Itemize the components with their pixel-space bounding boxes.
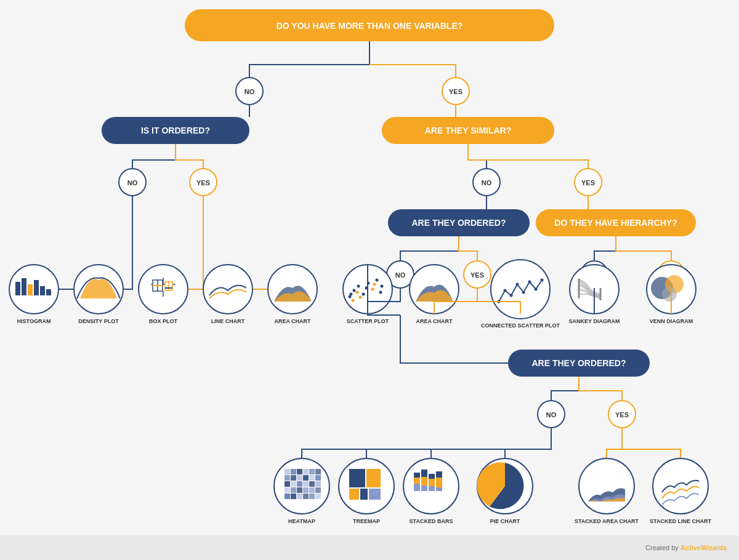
yes-label-4: YES bbox=[470, 271, 484, 279]
svg-rect-87 bbox=[429, 486, 435, 491]
svg-rect-52 bbox=[297, 475, 302, 481]
svg-rect-81 bbox=[414, 484, 420, 491]
footer: Created by ActiveWizards bbox=[0, 535, 739, 560]
svg-point-33 bbox=[510, 294, 513, 297]
stacked-area-label: STACKED AREA CHART bbox=[575, 518, 639, 524]
yes-label-3: YES bbox=[581, 179, 595, 186]
svg-point-27 bbox=[373, 283, 376, 286]
svg-point-28 bbox=[381, 285, 384, 288]
area-chart-label-1: AREA CHART bbox=[274, 318, 311, 324]
svg-point-18 bbox=[357, 285, 360, 288]
hierarchy-text: DO THEY HAVE HIERARCHY? bbox=[554, 218, 677, 228]
svg-point-29 bbox=[350, 293, 353, 296]
svg-rect-88 bbox=[436, 471, 442, 478]
no-label-3: NO bbox=[482, 179, 492, 186]
stacked-line-icon bbox=[653, 458, 708, 514]
footer-brand: ActiveWizards bbox=[680, 544, 727, 551]
scatter-plot-label: SCATTER PLOT bbox=[347, 318, 389, 324]
svg-rect-72 bbox=[309, 494, 315, 499]
svg-point-36 bbox=[528, 281, 531, 284]
is-ordered-text: IS IT ORDERED? bbox=[141, 126, 210, 135]
svg-rect-78 bbox=[369, 489, 381, 500]
svg-rect-44 bbox=[285, 469, 290, 474]
no-label-6: NO bbox=[546, 411, 557, 418]
are-ordered-text-2: ARE THEY ORDERED? bbox=[532, 358, 626, 368]
no-label-1: NO bbox=[244, 88, 255, 95]
svg-point-24 bbox=[352, 299, 355, 302]
are-similar-text: ARE THEY SIMILAR? bbox=[425, 126, 512, 135]
svg-point-22 bbox=[376, 279, 379, 282]
svg-rect-68 bbox=[285, 494, 290, 499]
svg-rect-74 bbox=[349, 469, 365, 487]
box-plot-icon bbox=[139, 265, 188, 314]
svg-rect-65 bbox=[303, 487, 309, 493]
svg-rect-90 bbox=[436, 487, 442, 491]
svg-rect-71 bbox=[303, 494, 309, 499]
svg-rect-57 bbox=[291, 481, 296, 487]
svg-rect-83 bbox=[421, 477, 427, 486]
line-chart-label: LINE CHART bbox=[211, 318, 245, 324]
svg-rect-54 bbox=[309, 475, 315, 481]
heatmap-label: HEATMAP bbox=[288, 518, 315, 524]
box-plot-label: BOX PLOT bbox=[149, 318, 178, 324]
svg-rect-58 bbox=[297, 481, 302, 487]
svg-rect-55 bbox=[315, 475, 321, 481]
svg-rect-56 bbox=[285, 481, 290, 487]
svg-rect-80 bbox=[414, 478, 420, 484]
svg-point-38 bbox=[541, 279, 544, 282]
svg-point-34 bbox=[516, 283, 519, 286]
no-label-4: NO bbox=[395, 271, 406, 279]
svg-rect-45 bbox=[291, 469, 296, 474]
svg-rect-3 bbox=[28, 284, 33, 295]
treemap-label: TREEMAP bbox=[353, 518, 380, 524]
svg-rect-77 bbox=[360, 489, 368, 500]
svg-rect-48 bbox=[309, 469, 315, 474]
svg-point-43 bbox=[662, 287, 677, 302]
stacked-bars-label: STACKED BARS bbox=[410, 518, 453, 524]
svg-rect-51 bbox=[291, 475, 296, 481]
svg-rect-50 bbox=[285, 475, 290, 481]
svg-point-19 bbox=[362, 293, 365, 296]
svg-rect-64 bbox=[297, 487, 302, 493]
connected-scatter-label: CONNECTED SCATTER PLOT bbox=[481, 322, 560, 329]
svg-point-35 bbox=[522, 291, 525, 294]
svg-rect-73 bbox=[315, 494, 321, 499]
svg-point-17 bbox=[353, 289, 356, 292]
sankey-label: SANKEY DIAGRAM bbox=[569, 318, 620, 324]
svg-rect-46 bbox=[297, 469, 302, 474]
svg-rect-62 bbox=[285, 487, 290, 493]
svg-rect-89 bbox=[436, 478, 442, 487]
yes-label-2: YES bbox=[196, 179, 210, 186]
stacked-area-icon bbox=[579, 458, 634, 514]
svg-rect-6 bbox=[46, 289, 51, 295]
are-ordered-text-1: ARE THEY ORDERED? bbox=[412, 218, 506, 228]
svg-rect-70 bbox=[297, 494, 302, 499]
svg-point-37 bbox=[535, 288, 538, 291]
svg-rect-63 bbox=[291, 487, 296, 493]
density-plot-label: DENSITY PLOT bbox=[78, 318, 119, 324]
svg-rect-53 bbox=[303, 475, 309, 481]
yes-label-6: YES bbox=[615, 411, 629, 418]
svg-rect-82 bbox=[421, 470, 427, 477]
root-text: DO YOU HAVE MORE THAN ONE VARIABLE? bbox=[277, 21, 463, 31]
venn-label: VENN DIAGRAM bbox=[650, 318, 693, 324]
svg-rect-67 bbox=[315, 487, 321, 493]
svg-rect-66 bbox=[309, 487, 315, 493]
svg-point-32 bbox=[504, 289, 507, 292]
svg-point-25 bbox=[356, 291, 359, 294]
yes-label-1: YES bbox=[449, 88, 462, 95]
svg-rect-61 bbox=[315, 481, 321, 487]
svg-rect-4 bbox=[34, 280, 39, 295]
svg-rect-1 bbox=[15, 282, 20, 295]
no-label-2: NO bbox=[127, 179, 138, 186]
histogram-label: HISTOGRAM bbox=[17, 318, 51, 324]
svg-rect-79 bbox=[414, 473, 420, 478]
svg-rect-76 bbox=[349, 489, 359, 500]
pie-chart-label: PIE CHART bbox=[490, 518, 520, 524]
svg-rect-2 bbox=[22, 278, 26, 295]
svg-point-30 bbox=[359, 296, 362, 299]
svg-point-21 bbox=[371, 288, 374, 291]
svg-rect-85 bbox=[429, 474, 435, 479]
svg-point-23 bbox=[379, 291, 382, 294]
svg-rect-86 bbox=[429, 479, 435, 486]
